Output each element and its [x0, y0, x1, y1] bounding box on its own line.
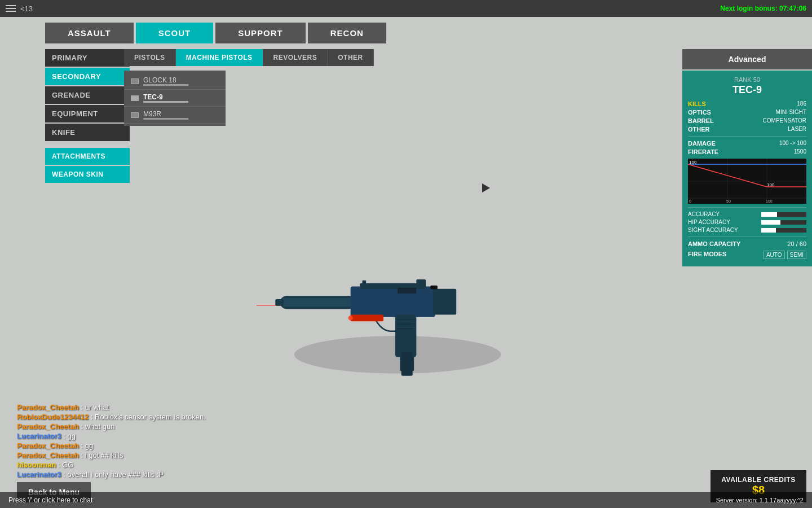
divider-1: [688, 136, 806, 137]
damage-row: DAMAGE 100 -> 100: [688, 140, 806, 147]
chat-message-3: gg: [68, 432, 76, 440]
divider-3: [688, 237, 806, 237]
chat-name-1: RobloxDude1234412: [17, 413, 89, 421]
chat-separator-5: :: [81, 451, 85, 459]
bottom-bar: Press '/' or click here to chat Server v…: [0, 492, 812, 508]
hip-accuracy-bar: [761, 220, 806, 225]
firerate-value: 1500: [794, 148, 806, 155]
optics-label: OPTICS: [688, 109, 711, 116]
svg-point-18: [348, 316, 353, 320]
stats-panel: Advanced RANK 50 TEC-9 KILLS 186 OPTICS …: [682, 49, 812, 266]
chat-separator-4: :: [81, 441, 85, 450]
stats-rank: RANK 50: [688, 76, 806, 83]
category-primary[interactable]: PRIMARY: [45, 49, 130, 67]
svg-text:100: 100: [766, 199, 773, 203]
chat-name-6: hisoonman: [17, 461, 56, 469]
svg-rect-8: [416, 279, 426, 288]
player-label: <13: [20, 5, 33, 13]
barrel-row: BARREL COMPENSATOR: [688, 117, 806, 124]
chat-name-7: Lucarinator3: [17, 470, 61, 479]
chat-separator-1: :: [91, 413, 95, 421]
other-row: OTHER LASER: [688, 126, 806, 133]
weapon-bar-tec9: [143, 101, 188, 103]
accuracy-fill: [761, 212, 777, 217]
chat-line-6: hisoonman : GG: [17, 461, 214, 469]
tab-machine-pistols[interactable]: MACHINE PISTOLS: [176, 49, 263, 66]
stats-gun-name: TEC-9: [688, 84, 806, 96]
attachments-button[interactable]: ATTACHMENTS: [45, 148, 130, 165]
chat-separator-3: :: [63, 432, 67, 440]
credits-label: AVAILABLE CREDITS: [716, 476, 801, 484]
kills-label: KILLS: [688, 100, 706, 107]
barrel-value: COMPENSATOR: [763, 117, 806, 124]
category-secondary[interactable]: SECONDARY: [45, 68, 130, 85]
fire-modes-label: FIRE MODES: [688, 251, 726, 259]
sight-accuracy-fill: [761, 228, 776, 233]
server-version: Server version: 1.1.17aayyyy.^2: [716, 497, 804, 503]
other-value: LASER: [788, 126, 806, 133]
chat-line-0: Paradox_Cheetah : ur what: [17, 403, 214, 411]
menu-icon[interactable]: [6, 5, 16, 12]
chat-name-4: Paradox_Cheetah: [17, 441, 79, 450]
weapon-icon-tec9: [131, 95, 139, 101]
weapon-bar-glock: [143, 84, 188, 86]
weapon-glock18[interactable]: GLOCK 18: [124, 73, 226, 90]
chat-message-0: ur what: [85, 403, 109, 411]
tab-revolvers[interactable]: REVOLVERS: [263, 49, 328, 66]
category-knife[interactable]: KNIFE: [45, 124, 130, 141]
chat-hint[interactable]: Press '/' or click here to chat: [8, 496, 92, 504]
svg-rect-20: [398, 288, 416, 294]
fire-mode-auto: AUTO: [764, 251, 785, 259]
fire-modes-list: AUTO SEMI: [764, 251, 806, 259]
damage-chart: 100 100 0 50 100: [688, 159, 806, 204]
tab-support[interactable]: SUPPORT: [215, 23, 306, 43]
weapon-tec9[interactable]: TEC-9: [124, 90, 226, 107]
topbar-left: <13: [6, 5, 33, 13]
firerate-row: FIRERATE 1500: [688, 148, 806, 155]
accuracy-label: ACCURACY: [688, 211, 720, 217]
chat-message-7: overall i only have ### kills :P: [68, 470, 164, 479]
kills-value: 186: [797, 100, 806, 107]
tab-other[interactable]: OTHER: [328, 49, 374, 66]
chat-message-6: GG: [62, 461, 73, 469]
chat-name-5: Paradox_Cheetah: [17, 451, 79, 459]
login-bonus-label: Next login bonus: 07:47:06: [720, 5, 806, 12]
svg-rect-17: [351, 314, 383, 321]
svg-rect-19: [430, 285, 438, 289]
hip-accuracy-label: HIP ACCURACY: [688, 219, 730, 225]
weapon-tabs: PISTOLS MACHINE PISTOLS REVOLVERS OTHER: [124, 49, 374, 66]
weapon-m93r[interactable]: M93R: [124, 107, 226, 124]
tab-assault[interactable]: ASSAULT: [45, 23, 134, 43]
advanced-button[interactable]: Advanced: [682, 49, 812, 69]
category-equipment[interactable]: EQUIPMENT: [45, 105, 130, 122]
svg-rect-4: [280, 298, 355, 306]
weapon-name-glock: GLOCK 18: [143, 76, 188, 84]
weapon-list: GLOCK 18 TEC-9 M93R: [124, 71, 226, 126]
chat-separator-2: :: [81, 422, 85, 431]
divider-2: [688, 207, 806, 208]
svg-text:100: 100: [767, 182, 775, 187]
tab-scout[interactable]: SCOUT: [136, 23, 214, 43]
chat-name-0: Paradox_Cheetah: [17, 403, 79, 411]
chat-name-2: Paradox_Cheetah: [17, 422, 79, 431]
class-tabs: ASSAULT SCOUT SUPPORT RECON: [0, 17, 812, 49]
damage-label: DAMAGE: [688, 140, 716, 147]
ammo-value: 20 / 60: [787, 240, 806, 247]
weapon-icon-glock: [131, 78, 139, 84]
weapon-name-tec9: TEC-9: [143, 93, 188, 101]
category-grenade[interactable]: GRENADE: [45, 86, 130, 104]
chat-message-4: gg: [85, 441, 93, 450]
svg-rect-9: [363, 280, 367, 287]
fire-modes-row: FIRE MODES AUTO SEMI: [688, 251, 806, 259]
accuracy-bar: [761, 212, 806, 217]
weapon-skin-button[interactable]: WEAPON SKIN: [45, 166, 130, 183]
barrel-label: BARREL: [688, 117, 714, 124]
firerate-label: FIRERATE: [688, 148, 718, 155]
tab-recon[interactable]: RECON: [308, 23, 386, 43]
chat-message-5: i got ## kills: [85, 451, 123, 459]
chat-separator-7: :: [63, 470, 67, 479]
optics-row: OPTICS MINI SIGHT: [688, 109, 806, 116]
chat-name-3: Lucarinator3: [17, 432, 61, 440]
tab-pistols[interactable]: PISTOLS: [124, 49, 176, 66]
chat-log: Paradox_Cheetah : ur what RobloxDude1234…: [17, 403, 214, 480]
